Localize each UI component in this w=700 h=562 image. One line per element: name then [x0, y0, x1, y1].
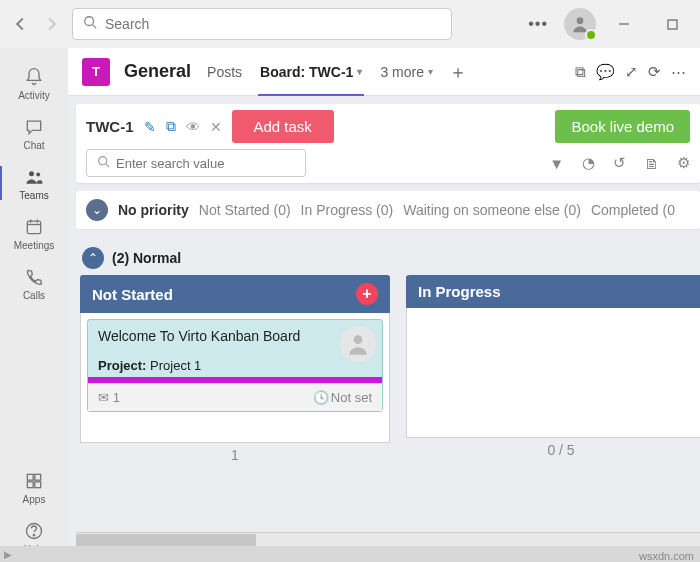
user-avatar[interactable]	[564, 8, 596, 40]
add-task-button[interactable]: Add task	[232, 110, 334, 143]
swimlane-normal[interactable]: ⌃ (2) Normal	[82, 247, 700, 269]
sidebar-item-label: Meetings	[14, 240, 55, 251]
export-icon[interactable]: 🗎	[644, 155, 659, 172]
title-bar: •••	[0, 0, 700, 48]
collapse-icon[interactable]: ✕	[210, 119, 222, 135]
lane-column-count: Not Started (0)	[199, 202, 291, 218]
reload-icon[interactable]: ⟳	[648, 63, 661, 81]
assignee-avatar[interactable]	[340, 326, 376, 362]
comments-icon[interactable]: ✉ 1	[98, 390, 120, 405]
add-tab-button[interactable]: ＋	[449, 60, 467, 84]
sidebar-item-label: Apps	[23, 494, 46, 505]
scrollbar-thumb[interactable]	[76, 534, 256, 546]
column-body[interactable]	[406, 308, 700, 438]
teams-icon	[23, 166, 45, 188]
column-header: In Progress	[406, 275, 700, 308]
visibility-icon[interactable]: 👁	[186, 119, 200, 135]
sidebar-item-activity[interactable]: Activity	[0, 58, 68, 108]
lane-column-count: In Progress (0)	[301, 202, 394, 218]
window-minimize-button[interactable]	[604, 8, 644, 40]
team-avatar[interactable]: T	[82, 58, 110, 86]
copy-icon[interactable]: ⧉	[166, 118, 176, 135]
board-search-input[interactable]	[116, 156, 295, 171]
nav-back-icon[interactable]	[8, 12, 32, 36]
chat-icon	[23, 116, 45, 138]
footer-bar: ▶	[0, 546, 700, 562]
svg-rect-14	[35, 481, 41, 487]
svg-rect-13	[27, 481, 33, 487]
tab-more[interactable]: 3 more▾	[378, 48, 435, 96]
swimlane-no-priority[interactable]: ⌄ No priority Not Started (0) In Progres…	[76, 191, 700, 229]
channel-name: General	[124, 61, 191, 82]
sidebar-item-calls[interactable]: Calls	[0, 258, 68, 308]
sidebar-item-chat[interactable]: Chat	[0, 108, 68, 158]
watermark: wsxdn.com	[639, 550, 694, 562]
bell-icon	[23, 66, 45, 88]
tab-posts[interactable]: Posts	[205, 48, 244, 96]
search-icon	[83, 15, 97, 33]
chevron-down-icon: ⌄	[86, 199, 108, 221]
filter-icon[interactable]: ▼	[549, 155, 564, 172]
column-body[interactable]: Welcome To Virto Kanban Board Project: P…	[80, 313, 390, 443]
svg-rect-4	[668, 20, 677, 29]
apps-icon	[23, 470, 45, 492]
expand-icon[interactable]: ⤢	[625, 63, 638, 81]
sidebar-item-label: Activity	[18, 90, 50, 101]
column-title: Not Started	[92, 286, 173, 303]
board-name: TWC-1	[86, 118, 134, 135]
svg-line-18	[106, 164, 109, 167]
popout-icon[interactable]: ⧉	[575, 63, 586, 81]
card-title: Welcome To Virto Kanban Board	[98, 328, 372, 344]
chevron-down-icon: ▾	[357, 66, 362, 77]
kanban-card[interactable]: Welcome To Virto Kanban Board Project: P…	[87, 319, 383, 412]
search-input[interactable]	[105, 16, 441, 32]
calendar-icon	[23, 216, 45, 238]
presence-available-icon	[585, 29, 597, 41]
channel-header: T General Posts Board: TWC-1▾ 3 more▾ ＋ …	[68, 48, 700, 96]
more-icon[interactable]: ⋯	[671, 63, 686, 81]
sidebar-item-meetings[interactable]: Meetings	[0, 208, 68, 258]
kanban-board: TWC-1 ✎ ⧉ 👁 ✕ Add task Book live demo ▼	[68, 96, 700, 562]
swimlane-title: No priority	[118, 202, 189, 218]
svg-point-5	[29, 171, 34, 176]
chevron-down-icon: ▾	[428, 66, 433, 77]
grip-icon: ▶	[0, 548, 16, 560]
chat-toggle-icon[interactable]: 💬	[596, 63, 615, 81]
window-maximize-button[interactable]	[652, 8, 692, 40]
main-content: T General Posts Board: TWC-1▾ 3 more▾ ＋ …	[68, 48, 700, 562]
svg-point-17	[99, 157, 107, 165]
column-header: Not Started +	[80, 275, 390, 313]
sidebar-item-apps[interactable]: Apps	[0, 462, 68, 512]
chevron-up-icon: ⌃	[82, 247, 104, 269]
more-menu-icon[interactable]: •••	[520, 15, 556, 33]
column-count: 1	[80, 443, 390, 467]
sidebar-item-label: Chat	[23, 140, 44, 151]
chart-icon[interactable]: ◔	[582, 154, 595, 172]
history-icon[interactable]: ↺	[613, 154, 626, 172]
board-columns: Not Started + Welcome To Virto Kanban Bo…	[76, 275, 700, 467]
phone-icon	[23, 266, 45, 288]
book-demo-button[interactable]: Book live demo	[555, 110, 690, 143]
card-project: Project: Project 1	[98, 358, 372, 373]
sidebar-item-teams[interactable]: Teams	[0, 158, 68, 208]
add-card-button[interactable]: +	[356, 283, 378, 305]
clock-icon: 🕓	[313, 390, 329, 405]
lane-column-count: Waiting on someone else (0)	[403, 202, 581, 218]
board-search[interactable]	[86, 149, 306, 177]
board-toolbar: TWC-1 ✎ ⧉ 👁 ✕ Add task Book live demo ▼	[76, 104, 700, 183]
svg-rect-7	[27, 221, 40, 234]
help-icon	[23, 520, 45, 542]
svg-point-19	[354, 335, 363, 344]
nav-forward-icon[interactable]	[40, 12, 64, 36]
search-box[interactable]	[72, 8, 452, 40]
column-count: 0 / 5	[406, 438, 700, 462]
sidebar-item-label: Teams	[19, 190, 48, 201]
svg-point-2	[577, 17, 584, 24]
edit-icon[interactable]: ✎	[144, 119, 156, 135]
card-due: 🕓Not set	[313, 390, 372, 405]
horizontal-scrollbar[interactable]	[76, 532, 700, 546]
svg-point-16	[33, 534, 34, 535]
column-title: In Progress	[418, 283, 501, 300]
tab-board[interactable]: Board: TWC-1▾	[258, 48, 364, 96]
settings-icon[interactable]: ⚙	[677, 154, 690, 172]
